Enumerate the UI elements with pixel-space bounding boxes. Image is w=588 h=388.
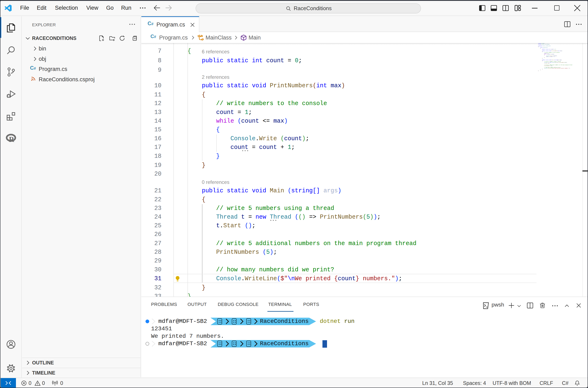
svg-text:R: R [9, 135, 14, 144]
